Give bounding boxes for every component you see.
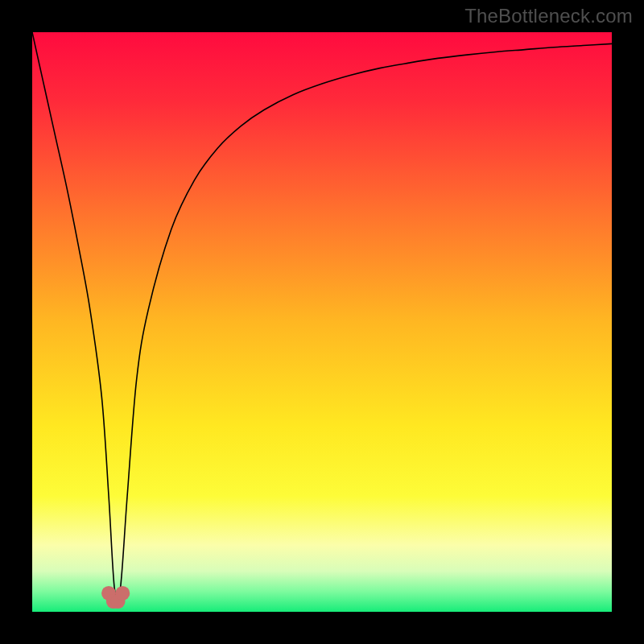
watermark-text: TheBottleneck.com: [464, 5, 633, 27]
chart-background: [32, 32, 612, 612]
chart-svg: [32, 32, 612, 612]
chart-frame: TheBottleneck.com: [0, 0, 644, 644]
plot-area: [32, 32, 612, 612]
valley-marker: [115, 586, 130, 601]
